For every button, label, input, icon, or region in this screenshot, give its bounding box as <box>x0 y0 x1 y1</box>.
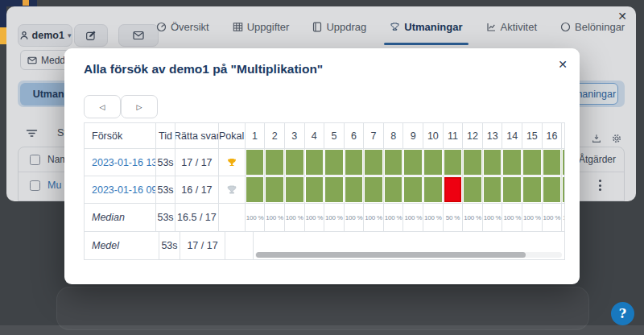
result-cell-correct <box>423 149 444 176</box>
median-label: Median <box>92 212 125 223</box>
question-column-header: 3 <box>285 123 305 148</box>
help-button[interactable]: ? <box>611 302 634 325</box>
result-cell-correct <box>345 149 365 176</box>
result-cell-correct <box>246 176 266 203</box>
result-cell-correct <box>324 176 345 203</box>
next-page-button[interactable]: ▷ <box>121 95 158 118</box>
question-percent-cell: 100 % <box>502 204 522 231</box>
result-cell-correct <box>444 149 464 176</box>
result-cell-correct <box>543 149 563 176</box>
question-percent-cell: 100 % <box>324 204 345 231</box>
question-column-header <box>562 123 564 148</box>
question-percent-cell: 100 % <box>285 204 305 231</box>
attempt-results-grid <box>246 149 564 176</box>
result-cell-incorrect <box>444 176 464 203</box>
question-percent-cell: 100 % <box>483 204 503 231</box>
horizontal-scrollbar-thumb[interactable] <box>256 252 526 258</box>
question-percent-row: 100 %100 %100 %100 %100 %100 %100 %100 %… <box>246 204 564 231</box>
time-column-header: Tid <box>156 123 176 148</box>
question-percent-cell: 100 % <box>246 204 266 231</box>
question-percent-cell: 100 % <box>463 204 483 231</box>
result-cell-correct <box>265 149 285 176</box>
horizontal-scrollbar-track[interactable] <box>255 252 562 258</box>
question-percent-cell: 100 % <box>543 204 563 231</box>
result-cell-correct <box>403 149 423 176</box>
result-cell-correct <box>562 149 564 176</box>
result-cell-correct <box>265 176 285 203</box>
grid-scroll-area <box>254 232 564 259</box>
gold-trophy-icon <box>226 157 237 168</box>
attempts-table: Försök Tid Rätta svar Pokal 123456789101… <box>84 122 565 260</box>
attempt-date-link[interactable]: 2023-01-16 09:35 <box>92 184 156 196</box>
result-cell-correct <box>562 176 564 203</box>
median-time: 53s <box>156 204 176 231</box>
median-row: Median 53s 16.5 / 17 100 %100 %100 %100 … <box>85 204 564 232</box>
dimmed-page-footer <box>0 325 644 335</box>
mean-correct: 17 / 17 <box>180 232 225 259</box>
correct-column-header: Rätta svar <box>175 123 218 148</box>
result-cell-correct <box>305 149 325 176</box>
result-cell-correct <box>324 149 345 176</box>
result-cell-correct <box>364 176 384 203</box>
result-cell-correct <box>285 176 305 203</box>
question-column-header: 5 <box>324 123 345 148</box>
result-cell-correct <box>463 149 483 176</box>
question-column-header: 13 <box>483 123 503 148</box>
question-column-header: 9 <box>403 123 423 148</box>
question-column-header: 10 <box>423 123 444 148</box>
attempt-correct-count: 17 / 17 <box>175 149 218 176</box>
question-column-header: 15 <box>522 123 543 148</box>
result-cell-correct <box>384 176 404 203</box>
result-cell-correct <box>483 149 503 176</box>
result-cell-correct <box>522 149 543 176</box>
median-correct: 16.5 / 17 <box>175 204 218 231</box>
result-cell-correct <box>403 176 423 203</box>
question-percent-cell: 100 % <box>345 204 365 231</box>
question-percent-cell: 100 % <box>305 204 325 231</box>
question-column-header: 7 <box>364 123 384 148</box>
question-percent-cell: 100 % <box>562 204 564 231</box>
question-column-header: 12 <box>463 123 483 148</box>
question-percent-cell: 100 % <box>265 204 285 231</box>
arrow-left-icon: ◁ <box>100 103 105 111</box>
question-number-headers: 12345678910111213141516 <box>246 123 564 148</box>
modal-title: Alla försök av demo1 på "Multiplikation" <box>84 62 323 77</box>
table-row: 2023-01-16 09:35 53s 16 / 17 <box>85 176 564 204</box>
question-column-header: 16 <box>543 123 563 148</box>
result-cell-correct <box>384 149 404 176</box>
attempt-results-grid <box>246 176 564 203</box>
question-column-header: 4 <box>305 123 325 148</box>
question-column-header: 11 <box>444 123 464 148</box>
table-header-row: Försök Tid Rätta svar Pokal 123456789101… <box>85 123 564 149</box>
result-cell-correct <box>246 149 266 176</box>
page-edge-yellow <box>0 27 6 44</box>
question-percent-cell: 100 % <box>522 204 543 231</box>
result-cell-correct <box>502 149 522 176</box>
attempt-time: 53s <box>156 176 176 203</box>
silver-trophy-icon <box>226 184 237 196</box>
question-percent-cell: 100 % <box>384 204 404 231</box>
question-column-header: 8 <box>384 123 404 148</box>
question-percent-cell: 100 % <box>403 204 423 231</box>
question-percent-cell: 50 % <box>444 204 464 231</box>
result-cell-correct <box>364 149 384 176</box>
question-percent-cell: 100 % <box>364 204 384 231</box>
prev-page-button[interactable]: ◁ <box>84 95 121 118</box>
page-header-strip <box>0 0 37 6</box>
result-cell-correct <box>345 176 365 203</box>
attempt-date-link[interactable]: 2023-01-16 13:20 <box>92 157 156 168</box>
result-cell-correct <box>543 176 563 203</box>
dimmed-page-card <box>56 287 589 330</box>
result-cell-correct <box>423 176 444 203</box>
mean-label: Medel <box>92 240 119 251</box>
question-column-header: 2 <box>265 123 285 148</box>
page-header-accent <box>23 0 29 6</box>
question-column-header: 6 <box>345 123 365 148</box>
mean-time: 53s <box>159 232 180 259</box>
close-icon[interactable]: ✕ <box>556 56 569 72</box>
attempt-time: 53s <box>156 149 176 176</box>
trophy-column-header: Pokal <box>219 123 246 148</box>
result-cell-correct <box>305 176 325 203</box>
attempt-correct-count: 16 / 17 <box>175 176 218 203</box>
arrow-right-icon: ▷ <box>137 103 142 111</box>
